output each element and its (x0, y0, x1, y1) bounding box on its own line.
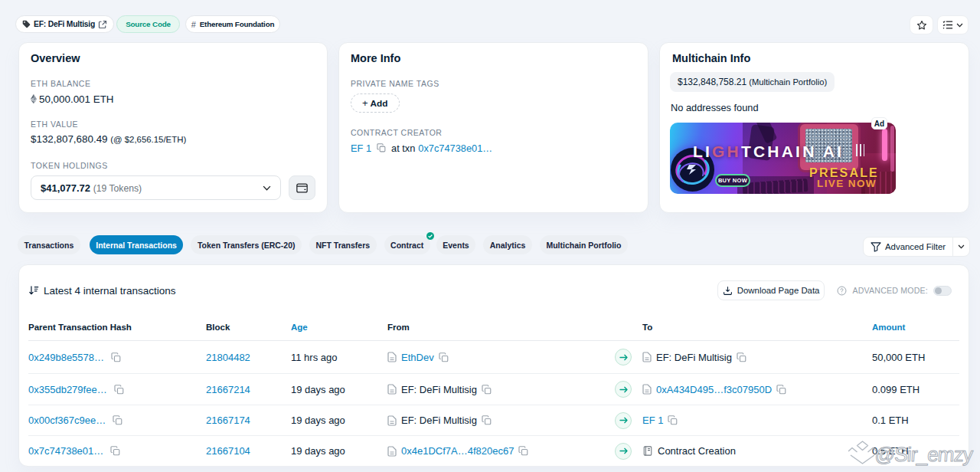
svg-text:@Sir_emzy: @Sir_emzy (874, 444, 974, 467)
